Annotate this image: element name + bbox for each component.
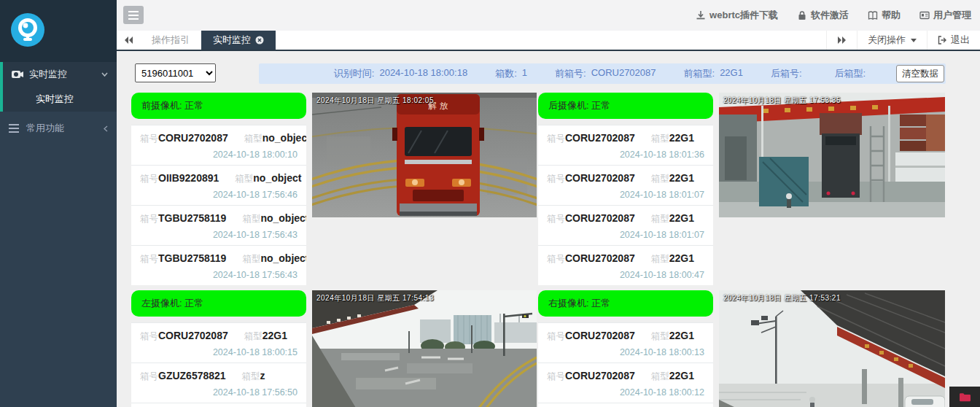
tabs-scroll-left-button[interactable] <box>117 31 140 50</box>
record-time: 2024-10-18 17:56:43 <box>213 270 298 280</box>
rear-camera-records: 箱号CORU2702087箱型22G1 2024-10-18 18:01:36 … <box>538 125 713 285</box>
box-count-field: 箱数:1 <box>495 67 527 80</box>
record-row: 箱号CORU2702087箱型22G1 2024-10-18 18:01:36 <box>538 125 713 166</box>
video-timestamp-overlay: 2024年10月18日 星期五 17:53:35 <box>723 96 841 106</box>
sidebar: 实时监控 实时监控 常用功能 <box>0 0 117 407</box>
rear-camera-status: 后摄像机: 正常 <box>538 93 713 119</box>
record-time: 2024-10-18 18:01:36 <box>620 150 704 160</box>
record-time: 2024-10-18 18:00:10 <box>213 150 298 160</box>
logout-button[interactable]: 退出 <box>927 31 980 50</box>
clear-data-button[interactable]: 清空数据 <box>896 65 944 82</box>
record-row: 箱号CORU2702087箱型22G1 2024-10-18 18:00:15 <box>131 323 306 363</box>
webrtc-download-link[interactable]: webrtc插件下载 <box>696 9 778 22</box>
lock-icon <box>797 10 807 20</box>
channel-select[interactable]: 5196011001 <box>135 63 216 82</box>
front-camera-panel: 前摄像机: 正常 箱号CORU2702087箱型no_object 2024-1… <box>131 93 306 285</box>
record-row-partial <box>538 403 713 407</box>
front-camera-video[interactable]: 解 放 2024年10月18日 星期五 18:02:05 <box>312 93 537 217</box>
sidebar-item-live-monitor[interactable]: 实时监控 <box>3 62 117 87</box>
front-box-no-field: 前箱号:CORU2702087 <box>555 67 656 80</box>
logout-label: 退出 <box>951 34 970 47</box>
double-chevron-right-icon <box>837 36 847 44</box>
front-camera-records: 箱号CORU2702087箱型no_object 2024-10-18 18:0… <box>131 125 306 285</box>
right-camera-status: 右摄像机: 正常 <box>538 290 713 317</box>
app-logo-webcam-icon <box>10 12 45 47</box>
record-row: 箱号OIIB9220891箱型no_object 2024-10-18 17:5… <box>131 166 306 206</box>
record-time: 2024-10-18 18:00:47 <box>620 270 704 280</box>
red-folder-icon <box>959 392 971 402</box>
list-icon <box>9 123 20 133</box>
tab-bar-right: 关闭操作 退出 <box>826 31 980 50</box>
floating-widget[interactable] <box>949 387 980 407</box>
left-video-scene <box>312 290 537 407</box>
record-row: 箱号CORU2702087箱型22G1 2024-10-18 18:00:47 <box>538 246 713 285</box>
record-time: 2024-10-18 18:01:07 <box>620 230 704 240</box>
user-management-link[interactable]: 用户管理 <box>919 9 971 22</box>
rear-box-type-field: 后箱型: <box>835 67 871 80</box>
left-camera-status: 左摄像机: 正常 <box>131 290 306 317</box>
left-camera-records: 箱号CORU2702087箱型22G1 2024-10-18 18:00:15 … <box>131 322 306 407</box>
double-chevron-left-icon <box>124 36 133 44</box>
tab-label: 操作指引 <box>152 34 190 47</box>
sidebar-group-live-monitor: 实时监控 实时监控 <box>0 62 117 112</box>
tabs-scroll-right-button[interactable] <box>826 31 857 50</box>
record-row: 箱号CORU2702087箱型22G1 2024-10-18 18:01:07 <box>538 206 713 246</box>
top-links: webrtc插件下载 软件激活 帮助 用户管理 <box>696 0 971 31</box>
record-time: 2024-10-18 18:00:13 <box>620 347 704 357</box>
record-row: 箱号TGBU2758119箱型no_object 2024-10-18 17:5… <box>131 246 306 285</box>
record-time: 2024-10-18 17:56:50 <box>213 387 298 398</box>
front-box-type-field: 前箱型:22G1 <box>684 67 743 80</box>
help-link[interactable]: 帮助 <box>868 9 901 22</box>
close-operations-label: 关闭操作 <box>868 34 906 47</box>
video-timestamp-overlay: 2024年10月18日 星期五 18:02:05 <box>316 96 434 106</box>
front-camera-status: 前摄像机: 正常 <box>131 93 306 119</box>
download-icon <box>696 10 706 20</box>
link-label: 用户管理 <box>933 9 971 22</box>
id-card-icon <box>919 10 930 20</box>
close-tab-icon[interactable] <box>255 36 264 44</box>
sidebar-item-common-functions[interactable]: 常用功能 <box>0 116 117 141</box>
left-camera-video[interactable]: 2024年10月18日 星期五 17:54:13 <box>312 290 537 407</box>
caret-down-icon <box>911 39 917 42</box>
record-row: 箱号CORU2702087箱型22G1 2024-10-18 18:00:13 <box>538 323 713 363</box>
sidebar-subitem-label: 实时监控 <box>36 93 74 106</box>
record-time: 2024-10-18 17:56:46 <box>213 190 298 200</box>
link-label: 软件激活 <box>811 9 849 22</box>
tab-label: 实时监控 <box>213 34 251 47</box>
record-time: 2024-10-18 18:00:12 <box>620 387 704 398</box>
book-icon <box>868 10 878 20</box>
tab-live-monitor[interactable]: 实时监控 <box>201 31 276 50</box>
record-row: 箱号GZUZ6578821箱型z 2024-10-18 17:56:50 <box>131 363 306 403</box>
software-activate-link[interactable]: 软件激活 <box>797 9 849 22</box>
recognize-time-field: 识别时间:2024-10-18 18:00:18 <box>334 67 467 80</box>
right-video-scene <box>719 290 945 407</box>
top-bar: webrtc插件下载 软件激活 帮助 用户管理 <box>117 0 980 31</box>
record-time: 2024-10-18 18:00:15 <box>213 347 298 357</box>
record-time: 2024-10-18 17:56:43 <box>213 230 298 240</box>
close-operations-dropdown[interactable]: 关闭操作 <box>857 31 927 50</box>
red-truck: 解 放 <box>392 94 484 216</box>
rear-camera-panel: 后摄像机: 正常 箱号CORU2702087箱型22G1 2024-10-18 … <box>538 93 713 285</box>
rear-camera-video[interactable]: 2024年10月18日 星期五 17:53:35 <box>719 93 945 217</box>
logout-icon <box>938 36 947 44</box>
link-label: 帮助 <box>882 9 901 22</box>
record-row: 箱号CORU2702087箱型22G1 2024-10-18 18:00:12 <box>538 363 713 403</box>
record-row: 箱号CORU2702087箱型no_object 2024-10-18 18:0… <box>131 125 306 166</box>
sidebar-subitem-live-monitor[interactable]: 实时监控 <box>3 87 117 112</box>
chevron-left-icon <box>104 125 108 132</box>
right-camera-video[interactable]: 2024年10月18日 星期五 17:53:21 <box>719 290 945 407</box>
record-row: 箱号CORU2702087箱型22G1 2024-10-18 18:01:07 <box>538 166 713 206</box>
sidebar-toggle-button[interactable] <box>123 6 144 24</box>
tab-operation-guide[interactable]: 操作指引 <box>140 31 201 50</box>
chevron-down-icon <box>101 72 108 77</box>
video-timestamp-overlay: 2024年10月18日 星期五 17:54:13 <box>316 293 434 303</box>
record-row: 箱号TGBU2758119箱型no_object 2024-10-18 17:5… <box>131 206 306 246</box>
record-time: 2024-10-18 18:01:07 <box>620 190 704 200</box>
tab-bar: 操作指引 实时监控 关闭操作 退出 <box>117 31 980 51</box>
link-label: webrtc插件下载 <box>709 9 778 22</box>
front-video-scene: 解 放 <box>312 93 537 217</box>
video-timestamp-overlay: 2024年10月18日 星期五 17:53:21 <box>723 293 841 303</box>
right-camera-panel: 右摄像机: 正常 箱号CORU2702087箱型22G1 2024-10-18 … <box>538 290 713 407</box>
logo-area <box>0 0 117 62</box>
recognition-info-bar: 识别时间:2024-10-18 18:00:18 箱数:1 前箱号:CORU27… <box>259 63 946 84</box>
